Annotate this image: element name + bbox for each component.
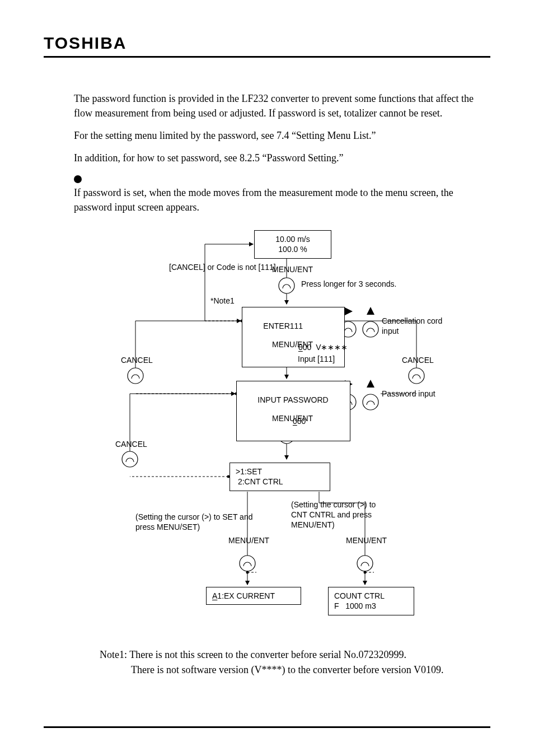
cancel-right-label: CANCEL — [402, 355, 434, 365]
cancel-low-label: CANCEL — [115, 439, 147, 449]
a1-ex-box: A1:EX CURRENT — [206, 587, 301, 605]
flow-diagram: 10.00 m/s 100.0 % ENTER111 000 V∗∗∗∗ INP… — [74, 228, 460, 632]
brand-logo: TOSHIBA — [44, 34, 490, 53]
count-ctrl-box: COUNT CTRL F 1000 m3 — [328, 587, 414, 616]
input111-label: Input [111] — [298, 354, 335, 364]
paragraph-3: In addition, for how to set password, se… — [74, 151, 490, 165]
menu-ent-right: MENU/ENT — [346, 535, 387, 545]
cursor-cnt-label: (Setting the cursor (>) to CNT CNTRL and… — [291, 500, 386, 530]
footer-rule — [44, 726, 490, 728]
cancel-or-not111: [CANCEL] or Code is not [111] — [169, 262, 276, 272]
menu-ent-2: MENU/ENT — [272, 339, 313, 349]
header-rule — [44, 56, 490, 58]
input-password-box: INPUT PASSWORD 000 — [236, 381, 350, 441]
menu-ent-1: MENU/ENT — [272, 264, 313, 274]
vstars: V∗∗∗∗ — [316, 343, 348, 352]
enter111-text: ENTER111 — [263, 321, 303, 330]
menu-ent-left: MENU/ENT — [228, 535, 269, 545]
display-top-box: 10.00 m/s 100.0 % — [254, 230, 331, 259]
paragraph-2: For the setting menu limited by the pass… — [74, 128, 490, 143]
press-longer: Press longer for 3 seconds. — [301, 279, 396, 289]
input-password-text: INPUT PASSWORD — [257, 395, 328, 404]
password-input-label: Password input — [382, 389, 435, 399]
cancel-cord-label: Cancellation cord input — [382, 316, 460, 336]
note1-ref: *Note1 — [210, 296, 235, 306]
footnote-line1: Note1: There is not this screen to the c… — [100, 647, 490, 662]
cancel-mid-label: CANCEL — [121, 355, 153, 365]
a1-under: A — [212, 591, 217, 600]
paragraph-4: If password is set, when the mode moves … — [74, 185, 490, 214]
paragraph-1: The password function is provided in the… — [74, 91, 490, 120]
menu-ent-3: MENU/ENT — [272, 413, 313, 423]
footnote-line2: There is not software version (V****) to… — [131, 662, 490, 678]
a1-rest: 1:EX CURRENT — [217, 591, 275, 600]
menu-box: >1:SET 2:CNT CTRL — [229, 463, 330, 492]
footnote: Note1: There is not this screen to the c… — [100, 647, 490, 678]
cursor-set-label: (Setting the cursor (>) to SET and press… — [135, 512, 259, 532]
bullet-icon — [74, 175, 82, 183]
